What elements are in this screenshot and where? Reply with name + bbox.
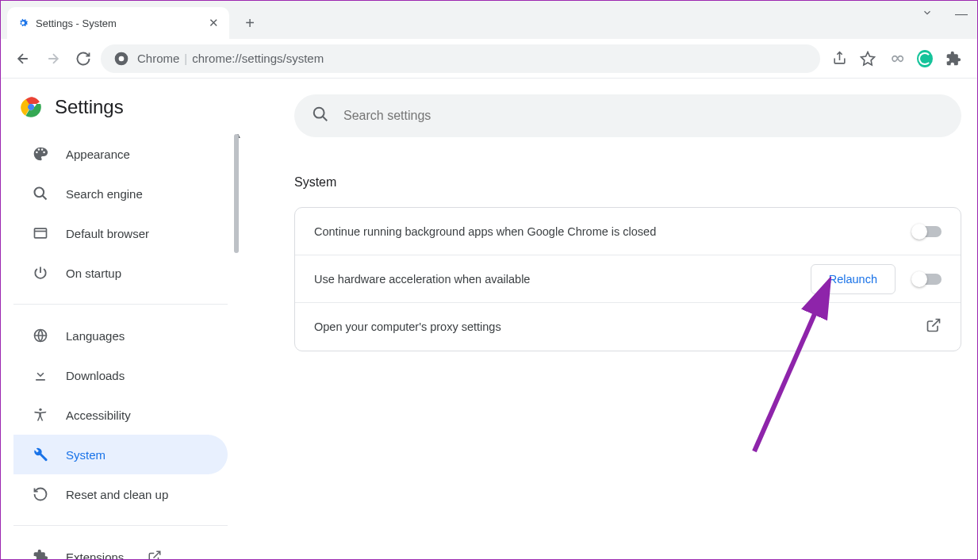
toolbar-actions xyxy=(825,51,968,67)
setting-label: Continue running background apps when Go… xyxy=(314,225,913,238)
section-title: System xyxy=(294,175,961,190)
chrome-icon xyxy=(113,51,129,67)
globe-icon xyxy=(33,328,48,343)
relaunch-button[interactable]: Relaunch xyxy=(811,264,896,294)
toggle-hardware-accel[interactable] xyxy=(913,274,942,285)
accessibility-icon xyxy=(33,407,48,423)
settings-search[interactable] xyxy=(294,94,961,137)
svg-point-7 xyxy=(314,108,324,118)
setting-row-proxy[interactable]: Open your computer's proxy settings xyxy=(295,303,961,351)
nav-label: Appearance xyxy=(66,148,130,161)
nav-label: Reset and clean up xyxy=(66,488,168,501)
window-dropdown-icon[interactable] xyxy=(922,7,933,21)
palette-icon xyxy=(33,146,48,162)
window-minimize-button[interactable]: — xyxy=(955,7,968,21)
sidebar-item-accessibility[interactable]: Accessibility xyxy=(13,395,228,435)
sidebar-title: Settings xyxy=(55,96,124,118)
svg-point-3 xyxy=(35,188,44,198)
nav-divider xyxy=(13,525,228,526)
settings-content: Settings ▲ Appearance Search engine Defa… xyxy=(1,79,977,559)
nav-label: Search engine xyxy=(66,187,143,201)
scrollbar-thumb[interactable] xyxy=(234,134,239,253)
sidebar-item-extensions[interactable]: Extensions xyxy=(13,537,228,559)
settings-main: System Continue running background apps … xyxy=(247,79,977,559)
setting-row-hardware-accel: Use hardware acceleration when available… xyxy=(295,255,961,303)
sidebar-item-reset[interactable]: Reset and clean up xyxy=(13,474,228,514)
external-link-icon xyxy=(148,550,162,559)
sidebar-nav[interactable]: ▲ Appearance Search engine Default brows… xyxy=(13,134,247,559)
nav-divider xyxy=(13,304,228,305)
browser-titlebar: Settings - System ✕ + — xyxy=(1,1,977,39)
address-bar[interactable]: Chrome|chrome://settings/system xyxy=(101,44,820,73)
browser-tab[interactable]: Settings - System ✕ xyxy=(7,7,229,39)
settings-search-input[interactable] xyxy=(343,109,944,123)
open-external-icon xyxy=(926,317,942,336)
svg-point-6 xyxy=(39,408,41,411)
extension-icon xyxy=(33,549,48,559)
window-controls: — xyxy=(922,7,968,21)
chrome-logo-icon xyxy=(20,96,42,118)
sidebar-item-languages[interactable]: Languages xyxy=(13,316,228,355)
back-button[interactable] xyxy=(10,46,36,71)
sidebar-item-default-browser[interactable]: Default browser xyxy=(13,213,228,253)
nav-label: Accessibility xyxy=(66,408,131,422)
tab-close-button[interactable]: ✕ xyxy=(207,17,220,29)
sidebar-item-on-startup[interactable]: On startup xyxy=(13,253,228,293)
sidebar-item-system[interactable]: System xyxy=(13,435,228,474)
extensions-puzzle-icon[interactable] xyxy=(945,51,961,67)
nav-label: Languages xyxy=(66,329,125,343)
nav-label: Downloads xyxy=(66,369,125,382)
nav-label: Default browser xyxy=(66,227,149,240)
sidebar-item-downloads[interactable]: Downloads xyxy=(13,355,228,395)
setting-label: Open your computer's proxy settings xyxy=(314,320,926,333)
svg-rect-4 xyxy=(35,228,47,238)
setting-row-background-apps: Continue running background apps when Go… xyxy=(295,208,961,255)
setting-label: Use hardware acceleration when available xyxy=(314,273,811,286)
omnibox-text: Chrome|chrome://settings/system xyxy=(137,52,324,65)
share-icon[interactable] xyxy=(831,51,847,67)
browser-toolbar: Chrome|chrome://settings/system xyxy=(1,39,977,79)
svg-point-1 xyxy=(119,56,125,61)
search-icon xyxy=(312,105,329,126)
new-tab-button[interactable]: + xyxy=(239,12,261,34)
reload-button[interactable] xyxy=(71,46,96,71)
nav-label: On startup xyxy=(66,267,121,280)
sidebar-item-search-engine[interactable]: Search engine xyxy=(13,174,228,213)
sidebar-item-appearance[interactable]: Appearance xyxy=(13,134,228,174)
bookmark-star-icon[interactable] xyxy=(860,51,876,67)
system-settings-card: Continue running background apps when Go… xyxy=(294,207,961,351)
infinity-icon[interactable] xyxy=(888,51,904,67)
nav-label: Extensions xyxy=(66,550,124,560)
forward-button[interactable] xyxy=(40,46,66,71)
sidebar-header: Settings xyxy=(13,91,247,134)
search-icon xyxy=(33,186,48,201)
tab-title: Settings - System xyxy=(36,17,201,29)
nav-label: System xyxy=(66,448,105,462)
reset-icon xyxy=(33,486,48,502)
gear-icon xyxy=(17,17,29,29)
wrench-icon xyxy=(33,447,48,462)
toggle-background-apps[interactable] xyxy=(913,226,942,237)
settings-sidebar: Settings ▲ Appearance Search engine Defa… xyxy=(1,79,247,559)
power-icon xyxy=(33,265,48,281)
browser-icon xyxy=(33,225,48,241)
grammarly-icon[interactable] xyxy=(917,51,933,67)
download-icon xyxy=(33,367,48,383)
